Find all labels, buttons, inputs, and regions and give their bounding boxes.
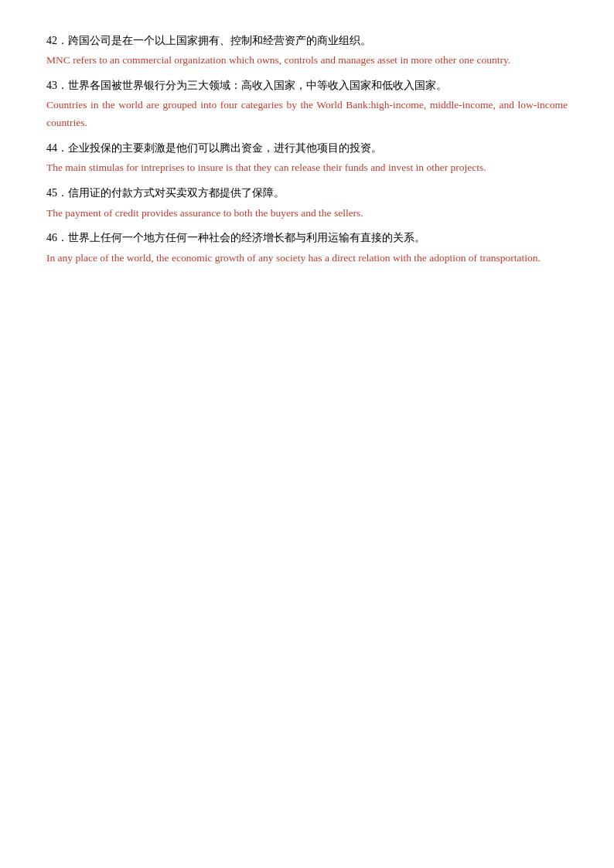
english-text-46: In any place of the world, the economic … (46, 250, 568, 267)
chinese-text-46: 46．世界上任何一个地方任何一种社会的经济增长都与利用运输有直接的关系。 (46, 228, 568, 247)
chinese-text-43: 43．世界各国被世界银行分为三大领域：高收入国家，中等收入国家和低收入国家。 (46, 76, 568, 95)
entry-43: 43．世界各国被世界银行分为三大领域：高收入国家，中等收入国家和低收入国家。Co… (46, 76, 568, 132)
english-text-42: MNC refers to an commercial organization… (46, 52, 568, 70)
entry-44: 44．企业投保的主要刺激是他们可以腾出资金，进行其他项目的投资。The main… (46, 138, 568, 177)
english-text-45: The payment of credit provides assurance… (46, 205, 568, 223)
english-text-43: Countries in the world are grouped into … (46, 97, 568, 132)
chinese-text-45: 45．信用证的付款方式对买卖双方都提供了保障。 (46, 183, 568, 203)
content-area: 42．跨国公司是在一个以上国家拥有、控制和经营资产的商业组织。MNC refer… (46, 31, 568, 267)
english-text-44: The main stimulas for intreprises to ins… (46, 159, 568, 177)
chinese-text-42: 42．跨国公司是在一个以上国家拥有、控制和经营资产的商业组织。 (46, 31, 568, 50)
chinese-text-44: 44．企业投保的主要刺激是他们可以腾出资金，进行其他项目的投资。 (46, 138, 568, 158)
entry-45: 45．信用证的付款方式对买卖双方都提供了保障。The payment of cr… (46, 183, 568, 222)
entry-42: 42．跨国公司是在一个以上国家拥有、控制和经营资产的商业组织。MNC refer… (46, 31, 568, 70)
entry-46: 46．世界上任何一个地方任何一种社会的经济增长都与利用运输有直接的关系。In a… (46, 228, 568, 267)
